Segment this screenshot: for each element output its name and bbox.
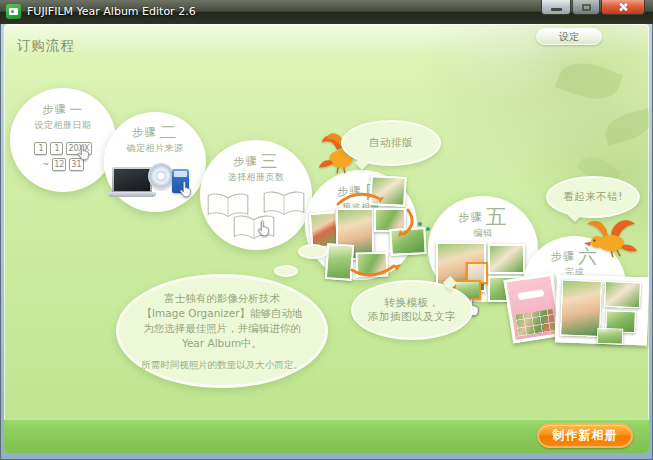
image-organizer-thought-bubble: 富士独有的影像分析技术 【Image Organizer】能够自动地 为您选择最… — [116, 274, 328, 388]
photo-thumbnail — [488, 244, 525, 274]
photo-thumbnail — [604, 281, 641, 308]
minimize-button[interactable] — [541, 0, 571, 15]
step-5-label: 步骤五 — [459, 210, 508, 225]
step-2-circle: 步骤二 确定相片来源 — [104, 112, 206, 212]
photo-thumbnail — [560, 280, 602, 337]
close-button[interactable] — [601, 0, 645, 15]
album-open-page — [555, 274, 649, 345]
bird-icon — [581, 216, 643, 260]
main-content: 订购流程 设定 步骤一 设定相册日期 1 1 20XX — [4, 24, 649, 453]
step-3-desc: 选择相册页数 — [228, 171, 285, 184]
looks-good-bubble: 看起来不错! — [546, 176, 640, 218]
step-3-label: 步骤三 — [234, 154, 279, 169]
leaf-decoration — [601, 108, 649, 146]
photo-thumbnail — [597, 328, 624, 345]
thought-dot — [274, 265, 298, 277]
hand-cursor-icon — [256, 220, 270, 237]
leaf-decoration — [555, 55, 623, 107]
thought-dot — [298, 244, 328, 259]
template-bubble: 转换模板， 添加插图以及文字 — [351, 280, 473, 340]
settings-button[interactable]: 设定 — [536, 28, 602, 45]
laptop-icon — [112, 167, 152, 193]
step-1-circle: 步骤一 设定相册日期 1 1 20XX ~ 12 31 — [10, 88, 116, 192]
cd-icon — [148, 163, 174, 189]
hand-cursor-icon — [178, 181, 192, 198]
page-title: 订购流程 — [17, 37, 75, 55]
title-bar: FUJIFILM Year Album Editor 2.6 — [0, 0, 653, 24]
hand-cursor-icon — [76, 144, 90, 161]
step-3-circle: 步骤三 选择相册页数 — [200, 140, 312, 250]
step-2-desc: 确定相片来源 — [127, 142, 184, 155]
album-cover — [503, 272, 562, 343]
maximize-button[interactable] — [572, 0, 600, 15]
finished-album-graphic — [504, 272, 649, 372]
page-count-graphic — [204, 190, 308, 242]
photo-source-graphic — [112, 163, 198, 203]
step-1-label: 步骤一 — [43, 102, 84, 117]
step-1-desc: 设定相册日期 — [35, 119, 92, 132]
auto-layout-bubble: 自动排版 — [341, 120, 441, 166]
step-2-label: 步骤二 — [133, 125, 178, 140]
app-icon — [6, 4, 21, 19]
create-new-album-button[interactable]: 制作新相册 — [537, 423, 633, 448]
window-title: FUJIFILM Year Album Editor 2.6 — [27, 5, 196, 18]
app-window: FUJIFILM Year Album Editor 2.6 订购流程 设定 步… — [0, 0, 653, 460]
